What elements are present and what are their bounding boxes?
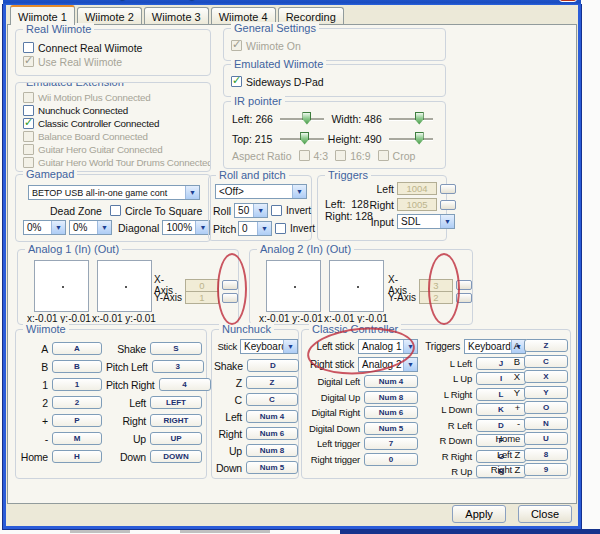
key-button[interactable]: H <box>52 450 102 463</box>
close-icon[interactable]: ✕ <box>559 0 577 2</box>
group-title: Wiimote <box>23 323 69 335</box>
key-button[interactable]: 3 <box>152 360 204 373</box>
trigger-right-field: 1005 <box>397 198 437 211</box>
close-button[interactable]: Close <box>518 505 572 523</box>
key-button[interactable]: Num 6 <box>246 427 298 440</box>
map-label: Up <box>214 445 242 457</box>
trigger-input-select[interactable]: SDL ▼ <box>397 214 455 229</box>
key-button[interactable]: C <box>524 355 568 368</box>
checkbox[interactable] <box>23 157 34 168</box>
group-wiimote-map: Wiimote A A B B <box>15 329 207 479</box>
key-button[interactable]: Num 4 <box>364 375 418 388</box>
map-label: Down <box>214 462 242 474</box>
key-button[interactable]: UP <box>150 432 202 445</box>
checkbox[interactable] <box>23 118 34 129</box>
tab-label: Wiimote 3 <box>152 11 201 23</box>
analog2-in-display <box>266 260 321 312</box>
pitch-select[interactable]: 0 ▼ <box>238 221 272 236</box>
gamepad-device-select[interactable]: BETOP USB all-in-one game cont ▼ <box>28 185 200 200</box>
key-button[interactable]: U <box>524 432 568 445</box>
checkbox[interactable] <box>23 144 34 155</box>
checkbox[interactable] <box>275 223 286 234</box>
key-button[interactable]: B <box>52 360 102 373</box>
key-button[interactable]: D <box>247 359 299 372</box>
key-button[interactable]: LEFT <box>150 396 202 409</box>
map-label: - <box>20 433 48 445</box>
key-button[interactable]: Num 5 <box>246 461 298 474</box>
map-row: Right Z 9 <box>488 463 568 476</box>
trigger-right-button[interactable] <box>440 200 456 210</box>
tab-label: Recording <box>286 11 336 23</box>
roll-pitch-mode-select[interactable]: <Off> ▼ <box>215 184 307 199</box>
map-label: R Up <box>420 466 472 477</box>
checkbox[interactable] <box>23 56 34 67</box>
tab[interactable]: Wiimote 1 <box>10 5 75 25</box>
key-button[interactable]: Num 8 <box>246 444 298 457</box>
checkbox[interactable] <box>231 76 242 87</box>
diagonal-select[interactable]: 100% ▼ <box>162 220 210 235</box>
map-row: Y Y <box>488 386 568 399</box>
map-label: - <box>488 418 520 429</box>
checkbox-label: 16:9 <box>350 150 370 162</box>
key-button[interactable]: P <box>52 414 102 427</box>
checkbox[interactable] <box>23 42 34 53</box>
checkbox[interactable] <box>271 205 282 216</box>
tab[interactable]: Wiimote 2 <box>77 7 142 24</box>
map-label: Digital Up <box>306 392 360 403</box>
key-button[interactable]: X <box>524 370 568 383</box>
checkbox[interactable] <box>110 205 121 216</box>
stick-position-dot <box>357 286 359 288</box>
ir-height-slider[interactable] <box>389 132 433 146</box>
key-button[interactable]: RIGHT <box>150 414 202 427</box>
ir-width-slider[interactable] <box>389 112 433 126</box>
key-button[interactable]: 7 <box>364 437 418 450</box>
key-button[interactable]: 9 <box>524 463 568 476</box>
key-button[interactable]: 8 <box>524 448 568 461</box>
checkbox-label: Crop <box>393 150 416 162</box>
checkbox-label: Use Real Wiimote <box>38 56 122 68</box>
key-button[interactable]: 4 <box>159 378 211 391</box>
dead-zone-x-select[interactable]: 0% ▼ <box>23 220 66 235</box>
map-label: + <box>20 415 48 427</box>
checkbox-label: Sideways D-Pad <box>246 76 324 88</box>
nunchuck-stick-select[interactable]: Keyboard ▼ <box>240 339 298 354</box>
checkbox[interactable] <box>23 92 34 103</box>
checkbox[interactable] <box>23 131 34 142</box>
ir-left-slider[interactable] <box>280 112 324 126</box>
key-button[interactable]: Y <box>524 386 568 399</box>
ir-top-slider[interactable] <box>280 132 324 146</box>
key-button[interactable]: Num 5 <box>364 422 418 435</box>
key-button[interactable]: 0 <box>364 453 418 466</box>
trigger-left-button[interactable] <box>440 184 456 194</box>
key-button[interactable]: 1 <box>52 378 102 391</box>
key-button[interactable]: Num 4 <box>246 410 298 423</box>
y-axis-label: Y-Axis <box>388 292 416 303</box>
key-button[interactable]: A <box>52 342 102 355</box>
key-button[interactable]: 2 <box>52 396 102 409</box>
key-button[interactable]: N <box>524 417 568 430</box>
map-label: R Down <box>420 435 472 446</box>
key-button[interactable]: O <box>524 401 568 414</box>
key-button[interactable]: C <box>246 393 298 406</box>
key-button[interactable]: M <box>52 432 102 445</box>
map-label: Shake <box>106 343 146 355</box>
ir-width-label: Width: <box>331 113 361 125</box>
key-button[interactable]: S <box>150 342 202 355</box>
extension-options: Wii Motion Plus Connected Nunchuck Conne… <box>16 83 210 169</box>
checkbox[interactable] <box>231 40 242 51</box>
apply-button[interactable]: Apply <box>452 505 506 523</box>
dead-zone-y-select[interactable]: 0% ▼ <box>69 220 112 235</box>
checkbox[interactable] <box>299 150 310 161</box>
key-button[interactable]: DOWN <box>150 450 202 463</box>
checkbox[interactable] <box>23 105 34 116</box>
checkbox[interactable] <box>378 150 389 161</box>
tab[interactable]: Wiimote 3 <box>144 7 209 24</box>
checkbox-label: Invert <box>286 205 311 216</box>
key-button[interactable]: Num 6 <box>364 406 418 419</box>
key-button[interactable]: Num 8 <box>364 391 418 404</box>
key-button[interactable]: Z <box>524 339 568 352</box>
roll-select[interactable]: 50 ▼ <box>234 203 268 218</box>
checkbox[interactable] <box>335 150 346 161</box>
circle-to-square-row: Circle To Square <box>110 204 202 217</box>
key-button[interactable]: Z <box>246 376 298 389</box>
